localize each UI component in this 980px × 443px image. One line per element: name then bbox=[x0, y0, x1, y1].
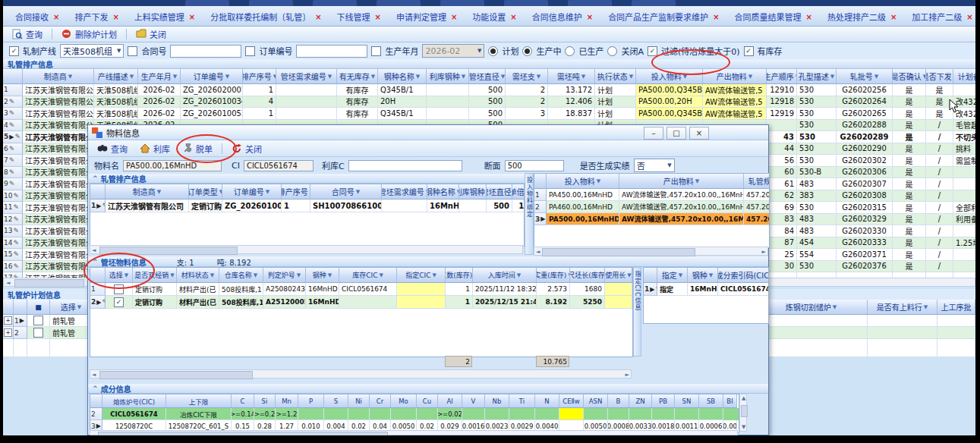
dialog-titlebar[interactable]: 物料信息 – □ × bbox=[88, 125, 768, 140]
table-row[interactable]: 1江苏天淮钢管有限公天淮508机组2026-02ZG_20260200071有库… bbox=[3, 84, 975, 96]
row-header[interactable]: 9✎ bbox=[3, 178, 23, 190]
tab-下线管理[interactable]: 下线管理× bbox=[329, 8, 389, 26]
column-header-孔型描述[interactable]: 孔型描述▼ bbox=[797, 69, 837, 84]
column-header-管坯直径[interactable]: 管坯直径▼ bbox=[487, 184, 512, 200]
tab-加工排产二级[interactable]: 加工排产二级× bbox=[904, 8, 975, 26]
column-header-仓库名称[interactable]: 仓库名称▼ bbox=[219, 268, 263, 283]
row-header[interactable]: 2✎ bbox=[3, 96, 23, 108]
radio-生产中[interactable] bbox=[522, 46, 532, 56]
column-header-管坯直径[interactable]: 管坯直径▼ bbox=[469, 69, 506, 84]
column-header-指定[interactable]: 指定▼ bbox=[657, 268, 688, 283]
column-header-计划备注[interactable]: 计划备注▼ bbox=[953, 69, 975, 84]
column-header-单倍坯长[interactable]: 单倍坯长▼ bbox=[512, 184, 525, 200]
column-header-需坯支[interactable]: 需坯支▼ bbox=[506, 69, 548, 84]
table-row[interactable]: 2▶✎✓定销订购材料产出(已508投料库,1A2512000516MnHD120… bbox=[90, 296, 632, 309]
column-header-ZN[interactable]: ZN bbox=[629, 394, 652, 408]
tab-上料实绩管理[interactable]: 上料实绩管理× bbox=[127, 8, 203, 26]
column-header-是否双经销[interactable]: 是否双经销▼ bbox=[133, 268, 177, 283]
column-header-钢种名称[interactable]: 钢种名称▼ bbox=[427, 184, 459, 200]
table-row[interactable]: 2✎江苏天淮钢管有限公天淮508机组2026-02ZG_20260100344有… bbox=[3, 96, 975, 108]
filter-input-订单编号[interactable] bbox=[296, 45, 367, 58]
column-header-利库钢种[interactable]: 利库钢种▼ bbox=[427, 69, 469, 84]
row-header[interactable]: 14✎ bbox=[3, 237, 23, 250]
column-header-材料状态[interactable]: 材料状态▼ bbox=[177, 268, 219, 283]
column-header-选择[interactable]: 选择▼ bbox=[50, 300, 93, 315]
tab-close-icon[interactable]: × bbox=[451, 13, 457, 21]
column-header-Si[interactable]: Si bbox=[254, 394, 276, 408]
checkbox-有库存[interactable]: ✓ bbox=[744, 46, 754, 56]
tab-close-icon[interactable]: × bbox=[806, 13, 812, 21]
row-header[interactable]: 3✎ bbox=[3, 108, 23, 120]
column-header-入库时间[interactable]: 入库时间▼ bbox=[473, 268, 537, 283]
column-header-CEⅡw[interactable]: CEⅡw bbox=[559, 394, 584, 408]
close-button[interactable]: × bbox=[689, 127, 709, 140]
column-header-熔炼炉号(CIC)[interactable]: 熔炼炉号(CIC) bbox=[102, 394, 166, 408]
radio-已生产[interactable] bbox=[565, 46, 575, 56]
column-header-成分索引码(CIC)[interactable]: 成分索引码(CIC)▼ bbox=[718, 268, 769, 283]
blank-grid-hscrollbar[interactable]: ◄► bbox=[90, 369, 632, 379]
row-header[interactable]: 16✎ bbox=[3, 261, 23, 273]
column-header-Ni[interactable]: Ni bbox=[348, 394, 370, 408]
dialog-toolbar-查询[interactable]: 查询 bbox=[93, 142, 132, 156]
table-row[interactable]: 3✎江苏天淮钢管有限公天淮508机组2026-02ZG_20260100531有… bbox=[3, 108, 975, 120]
table-row[interactable]: 1PA450.00,16MnHDAW流体输送管,457.20x10.00,,16… bbox=[534, 189, 769, 201]
column-header-选择[interactable]: 选择▼ bbox=[106, 268, 133, 283]
column-header-利库钢种[interactable]: 利库钢种▼ bbox=[459, 184, 487, 200]
row-header[interactable]: 1▶✎ bbox=[90, 200, 106, 212]
likuc-field[interactable] bbox=[348, 160, 462, 171]
column-header-钢种[interactable]: 钢种▼ bbox=[688, 268, 718, 283]
column-header-库存CIC[interactable]: 库存CIC▼ bbox=[339, 268, 397, 283]
column-header-订单编号[interactable]: 订单编号▼ bbox=[222, 184, 282, 200]
column-header-需坯吨[interactable]: 需坯吨▼ bbox=[548, 69, 595, 84]
column-header-投入物料[interactable]: 投入物料▼ bbox=[636, 69, 703, 84]
row-header[interactable]: 1▶ bbox=[14, 315, 27, 327]
column-header-生产顺序[interactable]: 生产顺序▼ bbox=[767, 69, 797, 84]
column-header-使用长[interactable]: 使用长▼ bbox=[605, 268, 632, 283]
row-header[interactable]: 17✎ bbox=[3, 272, 23, 278]
tab-功能设置[interactable]: 功能设置× bbox=[465, 8, 524, 26]
table-row[interactable]: 2CICL0561674冶炼CIC下限>=0.14>=0.2>=1.2>=0.0… bbox=[90, 408, 739, 420]
tab-close-icon[interactable]: × bbox=[890, 13, 896, 21]
tab-close-icon[interactable]: × bbox=[53, 13, 59, 21]
column-header-管坯需求编号[interactable]: 管坯需求编号▼ bbox=[382, 184, 427, 200]
row-header[interactable]: 12✎ bbox=[3, 214, 23, 226]
column-header-是否确认[interactable]: 是否确认▼ bbox=[893, 69, 926, 84]
column-header-N[interactable]: N bbox=[535, 394, 559, 408]
radio-关闭A[interactable] bbox=[607, 46, 617, 56]
tab-close-icon[interactable]: × bbox=[375, 13, 381, 21]
row-header[interactable]: 11✎ bbox=[3, 202, 23, 214]
tab-合同质量结果管理[interactable]: 合同质量结果管理× bbox=[727, 8, 820, 26]
column-header-C[interactable]: C bbox=[232, 394, 254, 408]
row-header[interactable]: 5▶✎ bbox=[3, 131, 23, 143]
line-select[interactable]: 天淮508机组▼ bbox=[60, 44, 124, 58]
tab-合同信息维护[interactable]: 合同信息维护× bbox=[525, 8, 600, 26]
table-row[interactable]: 1定销订购材料产出(已508投料库,1A2508024316MnHDCICL05… bbox=[90, 283, 632, 296]
radio-计划[interactable] bbox=[488, 46, 498, 56]
comp-grid-vscrollbar[interactable]: ▲▼ bbox=[739, 394, 747, 432]
column-header-支数(库存)[interactable]: 支数(库存)▼ bbox=[446, 268, 473, 283]
row-expander-icon[interactable]: + bbox=[3, 327, 14, 339]
column-header-上下限[interactable]: 上下限 bbox=[166, 394, 232, 408]
tab-分批取样委托编制〔轧管〕[interactable]: 分批取样委托编制〔轧管〕× bbox=[203, 8, 329, 26]
column-header-Al[interactable]: Al bbox=[438, 394, 462, 408]
tab-close-icon[interactable]: × bbox=[510, 13, 516, 21]
toolbar-button-1[interactable]: 查询 bbox=[8, 27, 47, 41]
column-header-判定炉号[interactable]: 判定炉号▼ bbox=[263, 268, 306, 283]
dialog-toolbar-利库[interactable]: 利库 bbox=[135, 142, 175, 156]
column-header-实重(库存)[interactable]: 实重(库存)▼ bbox=[537, 268, 570, 283]
comp-grid-hscrollbar[interactable] bbox=[90, 430, 738, 435]
row-header[interactable]: 1 bbox=[90, 283, 106, 296]
minimize-button[interactable]: – bbox=[644, 127, 663, 140]
column-header-SB[interactable]: SB bbox=[699, 394, 723, 408]
row-checkbox[interactable] bbox=[114, 284, 124, 294]
column-header-投入物料[interactable]: 投入物料▼ bbox=[547, 174, 619, 189]
column-header-钢种[interactable]: 钢种▼ bbox=[306, 268, 339, 283]
row-header[interactable]: 4✎ bbox=[3, 120, 23, 132]
column-header-炼钢切割储炉[interactable]: 炼钢切割储炉▼ bbox=[755, 300, 868, 315]
column-header-产出物料[interactable]: 产出物料▼ bbox=[619, 174, 744, 189]
column-header-PB[interactable]: PB bbox=[652, 394, 675, 408]
column-header-轧批号[interactable]: 轧批号▼ bbox=[837, 69, 893, 84]
row-header[interactable]: 13✎ bbox=[3, 225, 23, 237]
invest-panel-vertical-tab[interactable]: 投入物料绑定 bbox=[525, 173, 534, 255]
checkbox-订单编号[interactable] bbox=[245, 46, 255, 56]
